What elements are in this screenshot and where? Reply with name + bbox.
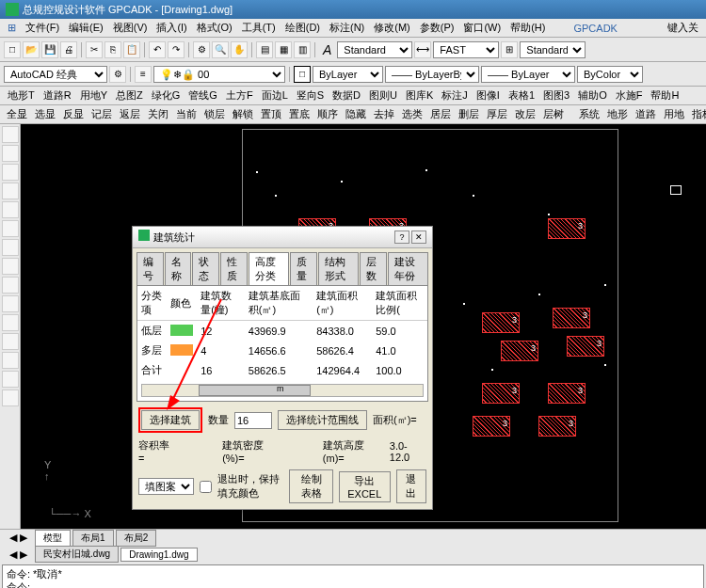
vt-11[interactable]: 顺序: [314, 106, 341, 122]
rt-2[interactable]: 道路: [633, 106, 659, 122]
vt-4[interactable]: 返层: [117, 106, 143, 122]
color-icon[interactable]: □: [294, 66, 311, 83]
paste-icon[interactable]: 📋: [123, 41, 140, 58]
help-icon[interactable]: ?: [394, 230, 409, 244]
menu-modify[interactable]: 修改(M): [370, 20, 414, 36]
dimstyle-select[interactable]: FAST: [433, 41, 499, 58]
search-hint[interactable]: 键入关: [664, 20, 702, 36]
color-swatch[interactable]: [170, 344, 193, 356]
redo-icon[interactable]: ↷: [168, 41, 185, 58]
vt-18[interactable]: 改层: [512, 106, 538, 122]
layer-mgr-icon[interactable]: ≡: [135, 66, 152, 83]
ellipse-tool[interactable]: [2, 239, 19, 256]
dlg-tab-2[interactable]: 状态: [192, 252, 219, 285]
workspace-select[interactable]: AutoCAD 经典: [4, 66, 107, 83]
save-icon[interactable]: 💾: [41, 41, 58, 58]
vt-17[interactable]: 厚层: [484, 106, 510, 122]
h-scrollbar[interactable]: m: [141, 384, 424, 397]
tab-model[interactable]: 模型: [35, 530, 71, 547]
table-icon[interactable]: ⊞: [501, 41, 518, 58]
pstyle-select[interactable]: ByColor: [577, 66, 643, 83]
open-icon[interactable]: 📂: [23, 41, 40, 58]
dlg-tab-8[interactable]: 建设年份: [388, 252, 428, 285]
text-tool[interactable]: [2, 314, 19, 331]
tab-green[interactable]: 绿化G: [148, 87, 185, 103]
dlg-tab-5[interactable]: 质量: [290, 252, 317, 285]
point-tool[interactable]: [2, 277, 19, 294]
color-swatch[interactable]: [170, 325, 193, 336]
dim-icon[interactable]: ⟷: [414, 41, 431, 58]
layer-icon[interactable]: ▤: [256, 41, 273, 58]
select-range-button[interactable]: 选择统计范围线: [278, 410, 367, 430]
dlg-tab-7[interactable]: 层数: [360, 252, 387, 285]
menu-dim[interactable]: 标注(N): [326, 20, 368, 36]
menu-window[interactable]: 窗口(W): [459, 20, 505, 36]
file-tab-0[interactable]: 民安村旧城.dwg: [35, 546, 119, 563]
vt-7[interactable]: 锁层: [201, 106, 228, 122]
menu-draw[interactable]: 绘图(D): [281, 20, 324, 36]
circle-tool[interactable]: [2, 183, 19, 199]
fill-select[interactable]: 填图案: [138, 478, 194, 495]
tab-layout1[interactable]: 布局1: [72, 530, 114, 547]
spline-tool[interactable]: [2, 220, 19, 237]
new-icon[interactable]: □: [4, 41, 21, 58]
tab-lib[interactable]: 图库K: [402, 87, 437, 103]
export-excel-button[interactable]: 导出EXCEL: [339, 471, 391, 502]
dlg-tab-1[interactable]: 名称: [165, 252, 192, 285]
menu-view[interactable]: 视图(V): [109, 20, 152, 36]
dialog-titlebar[interactable]: 建筑统计 ? ✕: [133, 227, 432, 248]
dlg-tab-3[interactable]: 性质: [220, 252, 248, 285]
draw-table-button[interactable]: 绘制表格: [289, 469, 332, 503]
menu-file[interactable]: 文件(F): [22, 20, 63, 36]
region-tool[interactable]: [2, 333, 19, 350]
vt-5[interactable]: 关闭: [145, 106, 171, 122]
qty-input[interactable]: [234, 412, 272, 429]
print-icon[interactable]: 🖨: [60, 41, 77, 58]
tab-help2[interactable]: 帮助H: [647, 87, 682, 103]
undo-icon[interactable]: ↶: [149, 41, 166, 58]
vt-14[interactable]: 选类: [399, 106, 425, 122]
vt-10[interactable]: 置底: [286, 106, 313, 122]
tab-aux[interactable]: 辅助O: [574, 87, 611, 103]
tab-layout2[interactable]: 布局2: [116, 530, 157, 547]
tab-table[interactable]: 表格1: [505, 87, 538, 103]
tab-fig[interactable]: 图图3: [539, 87, 573, 103]
dlg-tab-0[interactable]: 编号: [136, 252, 164, 285]
vt-3[interactable]: 记层: [88, 106, 115, 122]
rt-3[interactable]: 用地: [661, 106, 687, 122]
tab-pipe[interactable]: 管线G: [185, 87, 221, 103]
tab-water[interactable]: 水施F: [612, 87, 647, 103]
vt-0[interactable]: 全显: [4, 106, 30, 122]
text-style-icon[interactable]: A: [319, 42, 335, 57]
vt-19[interactable]: 层树: [540, 106, 567, 122]
menu-help[interactable]: 帮助(H): [506, 20, 549, 36]
props-icon[interactable]: ▦: [275, 41, 292, 58]
vt-12[interactable]: 隐藏: [343, 106, 369, 122]
exit-button[interactable]: 退出: [396, 469, 426, 503]
vt-8[interactable]: 解锁: [230, 106, 256, 122]
block-tool[interactable]: [2, 295, 19, 312]
mtext-tool[interactable]: [2, 371, 19, 388]
keep-fill-checkbox[interactable]: [200, 481, 212, 493]
line-tool[interactable]: [2, 126, 19, 143]
tablestyle-select[interactable]: Standard: [520, 41, 586, 58]
textstyle-select[interactable]: Standard: [337, 41, 412, 58]
dlg-tab-4[interactable]: 高度分类: [249, 252, 289, 285]
vt-15[interactable]: 居层: [427, 106, 454, 122]
rect-tool[interactable]: [2, 201, 19, 218]
vt-16[interactable]: 删层: [456, 106, 482, 122]
table-tool[interactable]: [2, 352, 19, 369]
tab-image[interactable]: 图像I: [473, 87, 504, 103]
color-select[interactable]: ByLayer: [313, 66, 383, 83]
tab-rule[interactable]: 图则U: [365, 87, 401, 103]
tab-master[interactable]: 总图Z: [112, 87, 147, 103]
tab-vert[interactable]: 竖向S: [293, 87, 328, 103]
zoom-icon[interactable]: 🔍: [212, 41, 229, 58]
file-tab-1[interactable]: Drawing1.dwg: [120, 548, 197, 562]
vt-6[interactable]: 当前: [173, 106, 200, 122]
copy-icon[interactable]: ⎘: [104, 41, 121, 58]
more-icon[interactable]: ▥: [294, 41, 311, 58]
tool-icon[interactable]: ⚙: [193, 41, 210, 58]
wipeout-tool[interactable]: [2, 389, 19, 406]
cut-icon[interactable]: ✂: [86, 41, 103, 58]
